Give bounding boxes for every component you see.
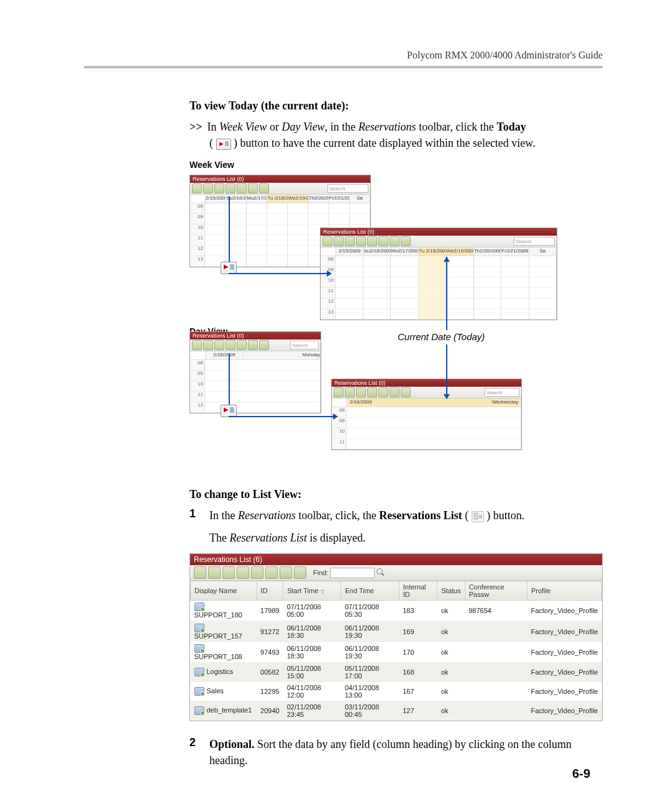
section-heading-list-view: To change to List View: bbox=[189, 488, 603, 501]
toolbar-icon[interactable] bbox=[214, 340, 224, 350]
toolbar-icon[interactable] bbox=[334, 236, 344, 246]
toolbar-icon[interactable] bbox=[280, 566, 292, 579]
toolbar-icon[interactable] bbox=[378, 236, 388, 246]
window-toolbar: Search bbox=[332, 387, 521, 399]
day-view-window-2: Reservations List (0) Search 2/18/2009 W… bbox=[331, 379, 522, 450]
toolbar-icon[interactable] bbox=[390, 236, 399, 246]
toolbar-icon[interactable] bbox=[367, 236, 377, 246]
toolbar-icon[interactable] bbox=[226, 183, 235, 193]
header-rule bbox=[84, 66, 603, 68]
table-row[interactable]: SUPPORT_1089749306/11/2008 18:3006/11/20… bbox=[191, 642, 602, 662]
bullet-marker: >> bbox=[189, 121, 203, 133]
toolbar-icon[interactable] bbox=[401, 387, 411, 397]
window-title: Reservations List (0) bbox=[321, 228, 557, 236]
toolbar-icon[interactable] bbox=[248, 183, 258, 193]
window-title: Reservations List (0) bbox=[332, 379, 521, 387]
col-internal-id[interactable]: Internal ID bbox=[399, 581, 437, 601]
toolbar-icon[interactable] bbox=[237, 566, 249, 579]
col-id[interactable]: ID bbox=[257, 581, 283, 601]
toolbar-icon[interactable] bbox=[237, 340, 247, 350]
table-row[interactable]: Logistics0058205/11/2008 15:0005/11/2008… bbox=[191, 662, 602, 681]
calendar-header: 2/15/2009 Su2/16/2009 Mo2/17/2009 Tu 2/1… bbox=[321, 247, 557, 256]
toolbar-icon[interactable] bbox=[237, 183, 247, 193]
window-title: Reservations List (0) bbox=[190, 175, 370, 183]
toolbar-icon[interactable] bbox=[356, 387, 366, 397]
label-week-view: Week View bbox=[189, 160, 603, 170]
toolbar-icon[interactable] bbox=[259, 183, 269, 193]
toolbar-icon[interactable] bbox=[226, 340, 235, 350]
calendar-header: 2/15/2009 Su2/16/2009 Mo2/17/2009 Tu 2/1… bbox=[190, 195, 370, 203]
section-heading-view-today: To view Today (the current date): bbox=[189, 99, 603, 113]
toolbar-icon[interactable] bbox=[259, 340, 269, 350]
toolbar-icon[interactable] bbox=[345, 387, 355, 397]
toolbar-icon[interactable] bbox=[401, 236, 411, 246]
toolbar-icon[interactable] bbox=[251, 566, 263, 579]
toolbar-icon[interactable] bbox=[265, 566, 278, 579]
window-toolbar: Find: bbox=[190, 565, 602, 581]
step-number: 1 bbox=[189, 507, 209, 546]
table-row[interactable]: SUPPORT_1579127206/11/2008 18:3006/11/20… bbox=[191, 621, 602, 642]
col-start-time[interactable]: Start Time▽ bbox=[283, 581, 341, 601]
find-label: Find: bbox=[313, 569, 328, 576]
step-1: 1 In the Reservations toolbar, click, th… bbox=[189, 507, 603, 546]
toolbar-icon[interactable] bbox=[334, 387, 344, 397]
toolbar-icon[interactable] bbox=[345, 236, 355, 246]
today-marker-icon bbox=[221, 405, 237, 417]
toolbar-icon[interactable] bbox=[294, 566, 306, 579]
toolbar-icon[interactable] bbox=[192, 183, 202, 193]
window-toolbar: Search bbox=[190, 183, 370, 195]
window-toolbar: Search bbox=[190, 339, 321, 351]
window-title: Reservations List (0) bbox=[190, 332, 321, 339]
today-icon bbox=[216, 139, 231, 150]
page-number: 6-9 bbox=[572, 767, 590, 781]
col-profile[interactable]: Profile bbox=[527, 581, 601, 601]
find-input[interactable] bbox=[330, 568, 375, 578]
col-end-time[interactable]: End Time bbox=[341, 581, 399, 601]
reservation-icon bbox=[194, 706, 204, 715]
table-row[interactable]: deb_template12094002/11/2008 23:4503/11/… bbox=[191, 701, 602, 720]
toolbar-icon[interactable] bbox=[208, 566, 221, 579]
toolbar-icon[interactable] bbox=[322, 236, 332, 246]
toolbar-icon[interactable] bbox=[222, 566, 235, 579]
day-view-window-1: Reservations List (0) Search 2/18/2009 M… bbox=[189, 331, 321, 413]
search-input[interactable]: Search bbox=[514, 237, 555, 246]
reservations-list-screenshot: Reservations List (6) Find: Display Name bbox=[189, 553, 603, 721]
search-input[interactable]: Search bbox=[327, 184, 368, 193]
callout-current-date: Current Date (Today) bbox=[398, 331, 485, 342]
step-2: 2 Optional. Sort the data by any field (… bbox=[189, 736, 603, 768]
toolbar-icon[interactable] bbox=[367, 387, 377, 397]
instruction-line: >>In Week View or Day View, in the Reser… bbox=[189, 119, 603, 151]
search-icon[interactable] bbox=[377, 568, 385, 577]
calendar-header: 2/18/2009 Wednesday bbox=[332, 399, 521, 407]
reservations-list-icon bbox=[472, 511, 484, 522]
toolbar-icon[interactable] bbox=[214, 183, 224, 193]
window-title: Reservations List (6) bbox=[190, 554, 602, 565]
col-conference-passw[interactable]: Conference Passw bbox=[465, 581, 527, 601]
calendar-header: 2/18/2009 Monday bbox=[190, 351, 321, 360]
toolbar-icon[interactable] bbox=[390, 387, 399, 397]
toolbar-icon[interactable] bbox=[203, 340, 213, 350]
toolbar-icon[interactable] bbox=[248, 340, 258, 350]
toolbar-icon[interactable] bbox=[192, 340, 202, 350]
reservation-icon bbox=[194, 668, 204, 676]
week-view-window-2: Reservations List (0) Search 2/15/2009 S… bbox=[320, 228, 557, 320]
search-input[interactable]: Search bbox=[485, 388, 519, 397]
step-number: 2 bbox=[189, 736, 209, 768]
today-marker-icon bbox=[221, 262, 237, 274]
table-row[interactable]: SUPPORT_1801798907/11/2008 05:0007/11/20… bbox=[191, 601, 602, 621]
reservation-icon bbox=[194, 687, 204, 696]
calendar-screenshots: Reservations List (0) Search 2/15/2009 S… bbox=[189, 175, 603, 473]
toolbar-icon[interactable] bbox=[378, 387, 388, 397]
table-row[interactable]: Sales1229504/11/2008 12:0004/11/2008 13:… bbox=[191, 681, 602, 701]
col-display-name[interactable]: Display Name bbox=[191, 581, 257, 601]
page-header: Polycom RMX 2000/4000 Administrator's Gu… bbox=[84, 50, 603, 61]
toolbar-icon[interactable] bbox=[356, 236, 366, 246]
col-status[interactable]: Status bbox=[437, 581, 465, 601]
search-input[interactable]: Search bbox=[290, 341, 319, 349]
reservations-table: Display Name ID Start Time▽ End Time Int… bbox=[190, 581, 602, 720]
reservation-icon bbox=[194, 624, 204, 632]
reservation-icon bbox=[194, 644, 204, 653]
window-toolbar: Search bbox=[321, 236, 557, 247]
toolbar-icon[interactable] bbox=[194, 566, 206, 579]
toolbar-icon[interactable] bbox=[203, 183, 213, 193]
